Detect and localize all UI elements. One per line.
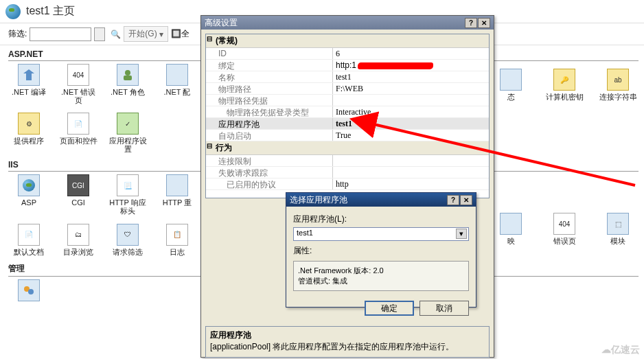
site-icon — [5, 4, 21, 19]
filter-label: 筛选: — [8, 28, 27, 40]
svg-rect-2 — [124, 76, 132, 80]
feature-net-roles[interactable]: .NET 角色 — [107, 64, 148, 104]
ok-button[interactable]: 确定 — [365, 301, 414, 316]
feature-machine-key[interactable]: 🔑计算机密钥 — [544, 69, 585, 101]
filter-dropdown[interactable] — [94, 27, 105, 41]
feature-error-pages[interactable]: 404错误页 — [544, 213, 585, 245]
val-id[interactable]: 6 — [333, 48, 489, 59]
start-button[interactable]: 开始(G) ▾ — [124, 26, 168, 42]
feature-mgmt-item[interactable] — [8, 279, 49, 303]
pool-close-button[interactable]: ✕ — [460, 195, 472, 205]
svg-marker-0 — [23, 69, 34, 80]
pool-dialog-titlebar[interactable]: 选择应用程序池 ? ✕ — [286, 193, 476, 207]
filter-input[interactable] — [30, 27, 91, 41]
svg-point-4 — [28, 289, 34, 294]
feature-net-errors[interactable]: 404.NET 错误页 — [58, 64, 99, 104]
feature-request-filter[interactable]: 🛡请求筛选 — [107, 224, 148, 256]
val-autostart[interactable]: True — [333, 130, 489, 141]
category-general[interactable]: (常规) — [206, 34, 489, 48]
properties-box: .Net Framework 版本: 2.0 管道模式: 集成 — [293, 261, 469, 291]
binoculars-icon: 🔍 — [111, 30, 121, 39]
feature-http-headers[interactable]: 📃HTTP 响应标头 — [107, 174, 148, 215]
feature-default-doc[interactable]: 📄默认文档 — [8, 224, 49, 256]
feature-providers[interactable]: ⚙提供程序 — [8, 113, 49, 153]
val-path[interactable]: F:\WEB — [333, 83, 489, 94]
redaction-icon — [358, 62, 433, 69]
val-connlim[interactable] — [333, 155, 489, 166]
framework-version: .Net Framework 版本: 2.0 — [298, 266, 464, 276]
dialog-titlebar[interactable]: 高级设置 ? ✕ — [201, 16, 494, 30]
right-icons-1: 态 🔑计算机密钥 ab连接字符串 — [490, 69, 639, 101]
feature-state[interactable]: 态 — [490, 69, 531, 101]
val-failreq[interactable] — [333, 167, 489, 178]
feature-net-compile[interactable]: .NET 编译 — [8, 64, 49, 104]
desc-text: [applicationPool] 将此应用程序配置为在指定的应用程序池中运行。 — [210, 341, 485, 353]
feature-conn-string[interactable]: ab连接字符串 — [597, 69, 639, 101]
property-grid[interactable]: (常规) ID6 绑定http:1 名称test1 物理路径F:\WEB 物理路… — [205, 34, 490, 198]
val-logon[interactable]: Interactive — [333, 106, 489, 117]
pool-help-button[interactable]: ? — [447, 195, 459, 205]
feature-http-redirect[interactable]: HTTP 重 — [157, 174, 198, 215]
feature-mapping[interactable]: 映 — [490, 213, 531, 245]
dialog-title: 高级设置 — [205, 17, 238, 29]
feature-dir-browse[interactable]: 🗂目录浏览 — [58, 224, 99, 256]
val-binding[interactable]: http:1 — [333, 60, 489, 71]
desc-title: 应用程序池 — [210, 329, 485, 341]
help-button[interactable]: ? — [465, 18, 477, 28]
watermark: ☁亿速云 — [601, 344, 640, 356]
right-icons-2: 映 404错误页 ⬚模块 — [490, 213, 639, 245]
select-apppool-dialog: 选择应用程序池 ? ✕ 应用程序池(L): test1 属性: .Net Fra… — [286, 192, 476, 308]
val-name[interactable]: test1 — [333, 71, 489, 82]
properties-label: 属性: — [293, 245, 469, 257]
feature-net-profile[interactable]: .NET 配 — [157, 64, 198, 104]
pool-dialog-title: 选择应用程序池 — [290, 194, 347, 206]
cancel-button[interactable]: 取消 — [419, 301, 469, 316]
val-protocols[interactable]: http — [333, 178, 489, 189]
feature-pages[interactable]: 📄页面和控件 — [58, 113, 99, 153]
description-panel: 应用程序池 [applicationPool] 将此应用程序配置为在指定的应用程… — [205, 326, 490, 358]
feature-appsettings[interactable]: ✓应用程序设置 — [107, 113, 148, 153]
feature-modules[interactable]: ⬚模块 — [597, 213, 639, 245]
pipeline-mode: 管道模式: 集成 — [298, 276, 464, 286]
showall-button[interactable]: 🔲全 — [171, 28, 189, 40]
feature-cgi[interactable]: CGICGI — [58, 174, 99, 215]
category-behavior[interactable]: 行为 — [206, 141, 489, 155]
page-title: test1 主页 — [26, 4, 75, 19]
svg-point-1 — [125, 70, 130, 76]
val-apppool[interactable]: test1 — [333, 118, 489, 129]
val-cred[interactable] — [333, 95, 489, 106]
pool-label: 应用程序池(L): — [293, 213, 469, 225]
apppool-select[interactable]: test1 — [293, 227, 469, 241]
feature-logging[interactable]: 📋日志 — [157, 224, 198, 256]
close-button[interactable]: ✕ — [478, 18, 490, 28]
feature-asp[interactable]: ASP — [8, 174, 49, 215]
